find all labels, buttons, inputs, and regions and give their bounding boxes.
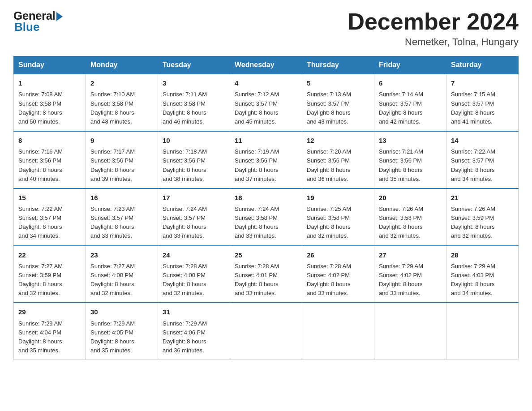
calendar-cell: 7Sunrise: 7:15 AMSunset: 3:57 PMDaylight… — [446, 74, 519, 131]
day-info: Sunrise: 7:29 AMSunset: 4:04 PMDaylight:… — [18, 320, 63, 354]
calendar-cell: 2Sunrise: 7:10 AMSunset: 3:58 PMDaylight… — [86, 74, 158, 131]
calendar-cell: 12Sunrise: 7:20 AMSunset: 3:56 PMDayligh… — [302, 131, 374, 188]
calendar-cell: 25Sunrise: 7:28 AMSunset: 4:01 PMDayligh… — [230, 246, 302, 303]
day-number: 27 — [379, 250, 442, 260]
day-info: Sunrise: 7:29 AMSunset: 4:05 PMDaylight:… — [90, 320, 135, 354]
day-number: 25 — [235, 250, 297, 260]
day-number: 11 — [235, 135, 297, 146]
calendar-cell: 26Sunrise: 7:28 AMSunset: 4:02 PMDayligh… — [302, 246, 374, 303]
calendar-cell: 27Sunrise: 7:29 AMSunset: 4:02 PMDayligh… — [374, 246, 446, 303]
day-info: Sunrise: 7:29 AMSunset: 4:02 PMDaylight:… — [379, 263, 423, 296]
day-number: 23 — [90, 250, 153, 260]
day-info: Sunrise: 7:10 AMSunset: 3:58 PMDaylight:… — [90, 91, 135, 124]
day-info: Sunrise: 7:28 AMSunset: 4:00 PMDaylight:… — [163, 263, 207, 296]
day-number: 9 — [90, 135, 153, 146]
logo: General Blue — [13, 9, 63, 34]
month-title: December 2024 — [348, 9, 519, 34]
calendar-cell: 17Sunrise: 7:24 AMSunset: 3:57 PMDayligh… — [158, 188, 230, 246]
day-number: 10 — [163, 135, 225, 146]
header-tuesday: Tuesday — [158, 56, 230, 74]
day-number: 15 — [18, 193, 81, 203]
day-info: Sunrise: 7:16 AMSunset: 3:56 PMDaylight:… — [18, 148, 63, 182]
day-number: 28 — [451, 250, 514, 260]
calendar-week-row: 8Sunrise: 7:16 AMSunset: 3:56 PMDaylight… — [14, 131, 519, 188]
header-sunday: Sunday — [14, 56, 86, 74]
calendar-cell: 20Sunrise: 7:26 AMSunset: 3:58 PMDayligh… — [374, 188, 446, 246]
day-info: Sunrise: 7:27 AMSunset: 4:00 PMDaylight:… — [90, 263, 135, 296]
day-number: 3 — [163, 78, 225, 88]
header-friday: Friday — [374, 56, 446, 74]
day-number: 1 — [18, 78, 81, 88]
day-number: 24 — [163, 250, 225, 260]
calendar-cell: 28Sunrise: 7:29 AMSunset: 4:03 PMDayligh… — [446, 246, 519, 303]
day-info: Sunrise: 7:19 AMSunset: 3:56 PMDaylight:… — [235, 148, 279, 182]
calendar-cell: 24Sunrise: 7:28 AMSunset: 4:00 PMDayligh… — [158, 246, 230, 303]
day-info: Sunrise: 7:27 AMSunset: 3:59 PMDaylight:… — [18, 263, 63, 296]
header-saturday: Saturday — [446, 56, 519, 74]
calendar-cell: 21Sunrise: 7:26 AMSunset: 3:59 PMDayligh… — [446, 188, 519, 246]
day-info: Sunrise: 7:11 AMSunset: 3:58 PMDaylight:… — [163, 91, 207, 124]
day-info: Sunrise: 7:13 AMSunset: 3:57 PMDaylight:… — [307, 91, 351, 124]
calendar-cell: 29Sunrise: 7:29 AMSunset: 4:04 PMDayligh… — [14, 303, 86, 360]
day-number: 20 — [379, 193, 442, 203]
day-number: 14 — [451, 135, 514, 146]
day-number: 12 — [307, 135, 369, 146]
calendar-week-row: 15Sunrise: 7:22 AMSunset: 3:57 PMDayligh… — [14, 188, 519, 246]
day-info: Sunrise: 7:24 AMSunset: 3:58 PMDaylight:… — [235, 206, 279, 239]
day-number: 2 — [90, 78, 153, 88]
location-title: Nemetker, Tolna, Hungary — [348, 36, 519, 48]
day-number: 4 — [235, 78, 297, 88]
day-number: 6 — [379, 78, 442, 88]
logo-blue-text: Blue — [14, 20, 39, 34]
day-number: 13 — [379, 135, 442, 146]
calendar-cell: 22Sunrise: 7:27 AMSunset: 3:59 PMDayligh… — [14, 246, 86, 303]
day-info: Sunrise: 7:22 AMSunset: 3:57 PMDaylight:… — [18, 206, 63, 239]
day-info: Sunrise: 7:18 AMSunset: 3:56 PMDaylight:… — [163, 148, 207, 182]
day-number: 29 — [18, 307, 81, 317]
header-monday: Monday — [86, 56, 158, 74]
calendar-cell: 16Sunrise: 7:23 AMSunset: 3:57 PMDayligh… — [86, 188, 158, 246]
day-info: Sunrise: 7:26 AMSunset: 3:59 PMDaylight:… — [451, 206, 495, 239]
weekday-header-row: Sunday Monday Tuesday Wednesday Thursday… — [14, 56, 519, 74]
calendar-week-row: 22Sunrise: 7:27 AMSunset: 3:59 PMDayligh… — [14, 246, 519, 303]
day-info: Sunrise: 7:08 AMSunset: 3:58 PMDaylight:… — [18, 91, 63, 124]
calendar-cell — [374, 303, 446, 360]
calendar-week-row: 1Sunrise: 7:08 AMSunset: 3:58 PMDaylight… — [14, 74, 519, 131]
calendar-cell: 3Sunrise: 7:11 AMSunset: 3:58 PMDaylight… — [158, 74, 230, 131]
day-info: Sunrise: 7:22 AMSunset: 3:57 PMDaylight:… — [451, 148, 495, 182]
day-info: Sunrise: 7:28 AMSunset: 4:01 PMDaylight:… — [235, 263, 279, 296]
day-info: Sunrise: 7:21 AMSunset: 3:56 PMDaylight:… — [379, 148, 423, 182]
calendar-cell: 6Sunrise: 7:14 AMSunset: 3:57 PMDaylight… — [374, 74, 446, 131]
day-info: Sunrise: 7:15 AMSunset: 3:57 PMDaylight:… — [451, 91, 495, 124]
calendar-cell: 13Sunrise: 7:21 AMSunset: 3:56 PMDayligh… — [374, 131, 446, 188]
header-thursday: Thursday — [302, 56, 374, 74]
calendar-cell — [230, 303, 302, 360]
calendar-cell: 23Sunrise: 7:27 AMSunset: 4:00 PMDayligh… — [86, 246, 158, 303]
calendar-cell — [446, 303, 519, 360]
calendar-cell: 31Sunrise: 7:29 AMSunset: 4:06 PMDayligh… — [158, 303, 230, 360]
day-info: Sunrise: 7:12 AMSunset: 3:57 PMDaylight:… — [235, 91, 279, 124]
day-number: 21 — [451, 193, 514, 203]
day-info: Sunrise: 7:23 AMSunset: 3:57 PMDaylight:… — [90, 206, 135, 239]
calendar-cell: 18Sunrise: 7:24 AMSunset: 3:58 PMDayligh… — [230, 188, 302, 246]
calendar-cell: 19Sunrise: 7:25 AMSunset: 3:58 PMDayligh… — [302, 188, 374, 246]
calendar-cell: 5Sunrise: 7:13 AMSunset: 3:57 PMDaylight… — [302, 74, 374, 131]
day-info: Sunrise: 7:17 AMSunset: 3:56 PMDaylight:… — [90, 148, 135, 182]
day-number: 31 — [163, 307, 225, 317]
calendar-cell: 11Sunrise: 7:19 AMSunset: 3:56 PMDayligh… — [230, 131, 302, 188]
header-wednesday: Wednesday — [230, 56, 302, 74]
day-info: Sunrise: 7:29 AMSunset: 4:06 PMDaylight:… — [163, 320, 207, 354]
calendar-cell: 4Sunrise: 7:12 AMSunset: 3:57 PMDaylight… — [230, 74, 302, 131]
logo-arrow-icon — [56, 12, 63, 21]
title-block: December 2024 Nemetker, Tolna, Hungary — [348, 9, 519, 48]
calendar-cell: 14Sunrise: 7:22 AMSunset: 3:57 PMDayligh… — [446, 131, 519, 188]
calendar-cell: 10Sunrise: 7:18 AMSunset: 3:56 PMDayligh… — [158, 131, 230, 188]
day-number: 5 — [307, 78, 369, 88]
day-info: Sunrise: 7:28 AMSunset: 4:02 PMDaylight:… — [307, 263, 351, 296]
calendar-cell — [302, 303, 374, 360]
calendar-week-row: 29Sunrise: 7:29 AMSunset: 4:04 PMDayligh… — [14, 303, 519, 360]
header: General Blue December 2024 Nemetker, Tol… — [13, 9, 519, 48]
calendar-cell: 1Sunrise: 7:08 AMSunset: 3:58 PMDaylight… — [14, 74, 86, 131]
calendar-cell: 8Sunrise: 7:16 AMSunset: 3:56 PMDaylight… — [14, 131, 86, 188]
day-number: 18 — [235, 193, 297, 203]
